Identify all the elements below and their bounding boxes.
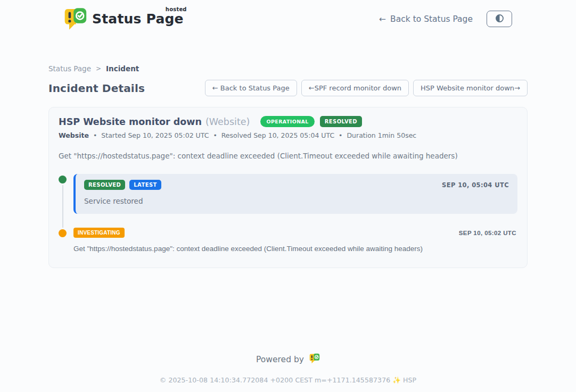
meta-component: Website xyxy=(59,131,89,139)
resolved-status-badge: RESOLVED xyxy=(320,116,362,127)
left-arrow-icon: ← xyxy=(379,14,386,24)
incident-card: HSP Website monitor down (Website) OPERA… xyxy=(48,107,528,268)
incident-card-header: HSP Website monitor down (Website) OPERA… xyxy=(59,116,517,127)
incident-meta: Website • Started Sep 10, 2025 05:02 UTC… xyxy=(59,131,517,139)
status-page-mini-logo-icon[interactable] xyxy=(309,353,320,366)
meta-started: Started Sep 10, 2025 05:02 UTC xyxy=(101,131,209,139)
brand-logo[interactable]: Status Page hosted xyxy=(63,7,184,30)
timeline-badges-row: RESOLVED LATEST SEP 10, 05:04 UTC xyxy=(84,180,509,190)
incident-title: HSP Website monitor down xyxy=(59,116,202,127)
topbar: Status Page hosted ← Back to Status Page xyxy=(0,0,576,30)
timeline-timestamp: SEP 10, 05:04 UTC xyxy=(442,181,509,189)
half-circle-contrast-icon xyxy=(495,14,504,24)
timeline-entry-plain: INVESTIGATING SEP 10, 05:02 UTC Get "htt… xyxy=(73,228,517,253)
powered-by: Powered by xyxy=(256,353,320,366)
prev-incident-button[interactable]: ←SPF record monitor down xyxy=(301,80,409,96)
title-row: Incident Details ← Back to Status Page ←… xyxy=(48,80,528,96)
timeline-timestamp: SEP 10, 05:02 UTC xyxy=(459,230,516,236)
operational-badge: OPERATIONAL xyxy=(260,116,314,127)
timeline-message: Service restored xyxy=(84,197,509,205)
brand-name: Status Page hosted xyxy=(92,11,184,27)
meta-duration: Duration 1min 50sec xyxy=(347,131,416,139)
copyright-line: © 2025-10-08 14:10:34.772084 +0200 CEST … xyxy=(0,376,576,384)
incident-nav-buttons: ← Back to Status Page ←SPF record monito… xyxy=(205,80,528,96)
green-dot-icon xyxy=(59,176,67,184)
footer: Powered by © 2025-10-08 14:10:34.772084 … xyxy=(0,353,576,392)
timeline-entry-highlight-box: RESOLVED LATEST SEP 10, 05:04 UTC Servic… xyxy=(73,174,517,214)
status-page-logo-icon xyxy=(63,7,87,30)
timeline-entry-investigating: INVESTIGATING SEP 10, 05:02 UTC Get "htt… xyxy=(59,228,517,253)
page-title: Incident Details xyxy=(48,82,145,95)
latest-badge: LATEST xyxy=(129,180,161,190)
timeline-message: Get "https://hostedstatus.page": context… xyxy=(73,245,516,253)
meta-resolved: Resolved Sep 10, 2025 05:04 UTC xyxy=(221,131,334,139)
brand-superscript: hosted xyxy=(166,6,187,12)
breadcrumb-status-page[interactable]: Status Page xyxy=(48,64,91,73)
investigating-badge: INVESTIGATING xyxy=(73,228,125,238)
breadcrumb-incident: Incident xyxy=(106,64,139,73)
timeline-entry-resolved: RESOLVED LATEST SEP 10, 05:04 UTC Servic… xyxy=(59,174,517,214)
next-incident-button[interactable]: HSP Website monitor down→ xyxy=(413,80,528,96)
incident-description: Get "https://hostedstatus.page": context… xyxy=(59,152,517,160)
timeline-badges-row: INVESTIGATING SEP 10, 05:02 UTC xyxy=(73,228,516,238)
incident-timeline: RESOLVED LATEST SEP 10, 05:04 UTC Servic… xyxy=(59,174,517,253)
resolved-badge: RESOLVED xyxy=(84,180,125,190)
breadcrumb: Status Page > Incident xyxy=(48,64,528,73)
breadcrumb-separator: > xyxy=(96,65,101,72)
incident-component: (Website) xyxy=(205,116,250,127)
topbar-right: ← Back to Status Page xyxy=(379,11,512,27)
theme-toggle-button[interactable] xyxy=(487,11,512,27)
orange-dot-icon xyxy=(59,229,67,237)
back-to-status-page-link[interactable]: ← Back to Status Page xyxy=(379,14,473,24)
back-to-status-page-button[interactable]: ← Back to Status Page xyxy=(205,80,297,96)
main-content: Status Page > Incident Incident Details … xyxy=(48,64,528,268)
